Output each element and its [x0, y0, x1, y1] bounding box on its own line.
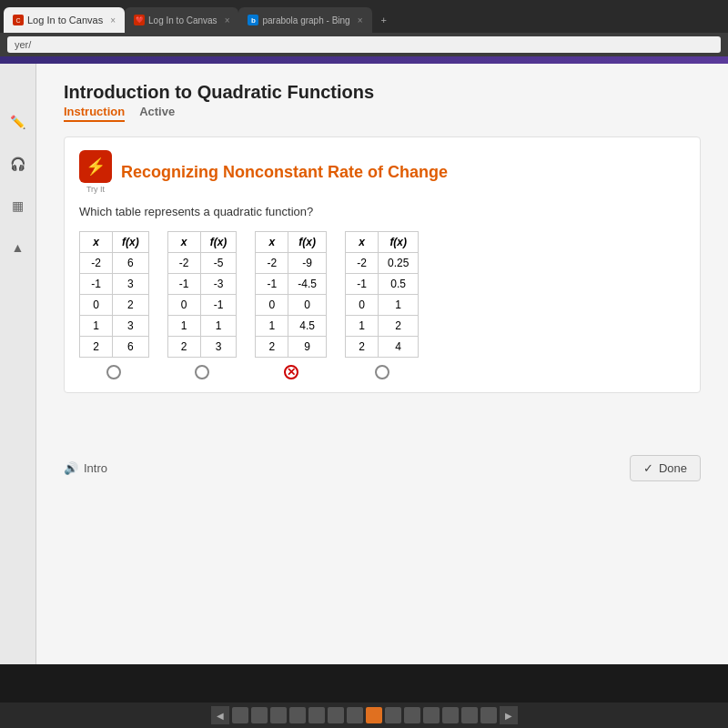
table-row: 29 [256, 337, 327, 358]
tab-2-close[interactable]: × [225, 15, 230, 25]
taskbar-btn-14[interactable] [480, 707, 497, 723]
address-bar-row: yer/ [0, 33, 728, 56]
table-3: x f(x) -2-9 -1-4.5 00 14.5 29 [255, 231, 327, 358]
table-2-col-fx: f(x) [200, 232, 237, 253]
table-1: x f(x) -26 -13 02 13 26 [79, 231, 149, 358]
try-it-label: Try It [86, 185, 105, 194]
radio-3[interactable] [284, 365, 298, 379]
table-row: -20.25 [346, 253, 419, 274]
try-it-header: ⚡ Try It Recognizing Nonconstant Rate of… [79, 150, 685, 194]
tab-1[interactable]: C Log In to Canvas × [4, 7, 125, 33]
table-row: 01 [346, 295, 419, 316]
table-row: -1-3 [167, 274, 237, 295]
taskbar-btn-3[interactable] [270, 707, 287, 723]
table-row: -2-5 [167, 253, 237, 274]
taskbar-btn-active[interactable] [366, 707, 382, 723]
tables-row: x f(x) -26 -13 02 13 26 [79, 231, 685, 379]
table-option-2[interactable]: x f(x) -2-5 -1-3 0-1 11 23 [167, 231, 238, 379]
address-bar[interactable]: yer/ [7, 36, 721, 53]
sidebar: ✏️ 🎧 ▦ ▲ [0, 64, 36, 664]
table-row: 24 [346, 337, 419, 358]
table-3-col-fx: f(x) [288, 232, 327, 253]
radio-1[interactable] [106, 365, 121, 379]
tab-2-icon: ❤️ [134, 15, 145, 25]
taskbar-btn-9[interactable] [385, 707, 401, 723]
taskbar-btn-11[interactable] [423, 707, 440, 723]
checkmark-icon: ✓ [643, 461, 653, 475]
table-row: -10.5 [346, 274, 419, 295]
table-row: 12 [346, 316, 419, 337]
browser-chrome: C Log In to Canvas × ❤️ Log In to Canvas… [0, 0, 728, 56]
tab-instruction[interactable]: Instruction [64, 105, 125, 122]
page-footer: 🔊 Intro ✓ Done [64, 448, 701, 489]
sidebar-icon-grid[interactable]: ▦ [5, 193, 31, 218]
table-2: x f(x) -2-5 -1-3 0-1 11 23 [167, 231, 238, 358]
tab-bar: C Log In to Canvas × ❤️ Log In to Canvas… [0, 0, 728, 33]
tab-3[interactable]: b parabola graph - Bing × [238, 7, 371, 33]
taskbar-btn-1[interactable] [232, 707, 248, 723]
taskbar-btn-12[interactable] [442, 707, 459, 723]
table-row: -1-4.5 [256, 274, 327, 295]
tab-3-close[interactable]: × [358, 15, 363, 25]
taskbar-btn-5[interactable] [308, 707, 325, 723]
taskbar-btn-10[interactable] [404, 707, 420, 723]
taskbar-btn-7[interactable] [347, 707, 363, 723]
taskbar-forward[interactable]: ▶ [500, 706, 518, 724]
table-row: -13 [80, 274, 149, 295]
content-area: Introduction to Quadratic Functions Inst… [36, 64, 728, 507]
taskbar-btn-6[interactable] [328, 707, 344, 723]
try-it-box: ⚡ Try It Recognizing Nonconstant Rate of… [64, 136, 701, 393]
table-4-col-fx: f(x) [379, 232, 419, 253]
tab-active[interactable]: Active [139, 105, 175, 122]
table-row: 14.5 [256, 316, 327, 337]
done-button[interactable]: ✓ Done [630, 455, 701, 481]
table-1-col-x: x [80, 232, 113, 253]
radio-4[interactable] [375, 365, 389, 379]
page-subtitle-row: Instruction Active [64, 105, 701, 122]
table-row: -26 [80, 253, 149, 274]
table-2-col-x: x [167, 232, 200, 253]
table-1-col-fx: f(x) [113, 232, 149, 253]
tab-1-icon: C [13, 15, 24, 25]
tab-2-label: Log In to Canvas [148, 15, 217, 25]
try-it-icon: ⚡ [79, 150, 112, 183]
table-row: 26 [80, 337, 149, 358]
taskbar: ◀ ▶ [0, 703, 728, 728]
tab-3-icon: b [248, 15, 258, 25]
table-row: 23 [167, 337, 237, 358]
table-row: -2-9 [256, 253, 327, 274]
table-4-col-x: x [346, 232, 379, 253]
taskbar-btn-4[interactable] [289, 707, 306, 723]
done-label: Done [659, 461, 687, 475]
tab-3-label: parabola graph - Bing [262, 15, 349, 25]
tab-1-close[interactable]: × [110, 15, 116, 25]
page-title: Introduction to Quadratic Functions [64, 82, 701, 103]
sidebar-icon-headphones[interactable]: 🎧 [5, 151, 31, 177]
intro-label: Intro [84, 461, 107, 475]
taskbar-btn-2[interactable] [251, 707, 268, 723]
table-option-1[interactable]: x f(x) -26 -13 02 13 26 [79, 231, 149, 379]
table-row: 13 [80, 316, 149, 337]
taskbar-btn-13[interactable] [461, 707, 478, 723]
table-row: 11 [167, 316, 237, 337]
tab-2[interactable]: ❤️ Log In to Canvas × [125, 7, 238, 33]
app-header-band [0, 56, 728, 64]
taskbar-back[interactable]: ◀ [211, 706, 229, 724]
sidebar-icon-pencil[interactable]: ✏️ [5, 109, 31, 135]
try-it-title: Recognizing Nonconstant Rate of Change [121, 163, 448, 182]
intro-button[interactable]: 🔊 Intro [64, 461, 107, 475]
sidebar-icon-up[interactable]: ▲ [5, 235, 31, 260]
table-row: 0-1 [167, 295, 237, 316]
table-option-3[interactable]: x f(x) -2-9 -1-4.5 00 14.5 29 [255, 231, 327, 379]
table-option-4[interactable]: x f(x) -20.25 -10.5 01 12 24 [345, 231, 419, 379]
table-3-col-x: x [256, 232, 288, 253]
main-content: ✏️ 🎧 ▦ ▲ Introduction to Quadratic Funct… [0, 64, 728, 664]
table-row: 02 [80, 295, 149, 316]
table-row: 00 [256, 295, 327, 316]
new-tab-button[interactable]: + [372, 7, 396, 33]
try-it-icon-container: ⚡ Try It [79, 150, 112, 194]
radio-2[interactable] [195, 365, 209, 379]
question-text: Which table represents a quadratic funct… [79, 205, 685, 218]
tab-1-label: Log In to Canvas [27, 15, 103, 25]
table-4: x f(x) -20.25 -10.5 01 12 24 [345, 231, 419, 358]
